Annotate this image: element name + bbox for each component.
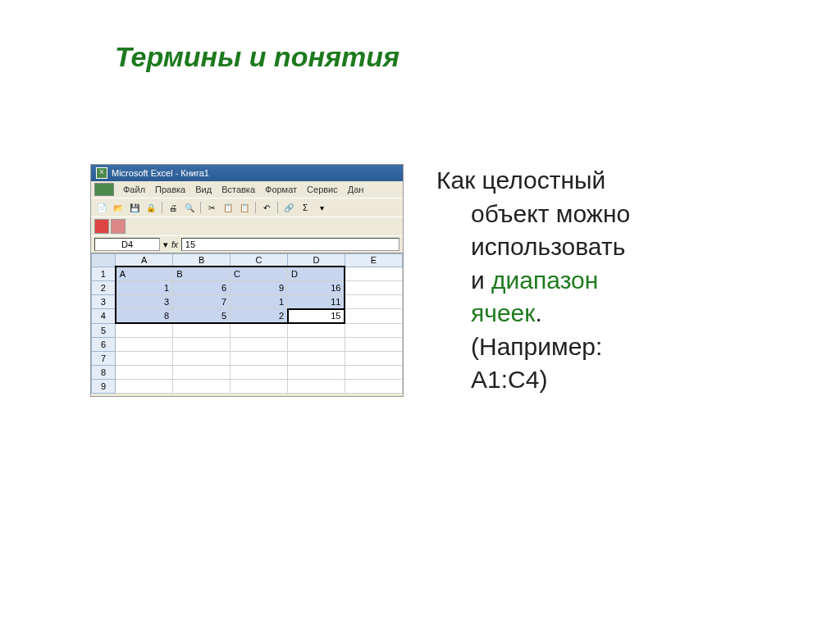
copy-icon[interactable]: 📋 <box>221 200 235 215</box>
select-all-corner[interactable] <box>92 254 116 267</box>
open-icon[interactable]: 📂 <box>111 200 126 215</box>
cell[interactable] <box>288 338 345 352</box>
cell[interactable] <box>173 338 231 352</box>
cell[interactable] <box>231 338 288 352</box>
text-line: объект можно <box>436 198 783 231</box>
cell[interactable] <box>288 366 345 380</box>
cell[interactable]: 1 <box>116 281 173 295</box>
print-icon[interactable]: 🖨 <box>166 200 180 215</box>
cell[interactable] <box>116 352 173 366</box>
cell[interactable]: 6 <box>173 281 231 295</box>
fx-label[interactable]: fx <box>171 240 178 249</box>
name-box[interactable]: D4 <box>94 238 160 251</box>
paste-icon[interactable]: 📋 <box>237 200 252 215</box>
menu-bar: Файл Правка Вид Вставка Формат Сервис Да… <box>91 181 403 198</box>
menu-data[interactable]: Дан <box>344 184 368 195</box>
row-header[interactable]: 5 <box>92 323 116 338</box>
table-row: 8 <box>92 366 403 380</box>
cell[interactable]: C <box>231 267 288 281</box>
cell[interactable]: 3 <box>116 295 173 309</box>
menu-tools[interactable]: Сервис <box>303 184 342 195</box>
cell[interactable] <box>173 323 231 338</box>
table-row: 9 <box>92 380 403 394</box>
cell[interactable] <box>345 366 402 380</box>
cell[interactable] <box>288 352 345 366</box>
cut-icon[interactable]: ✂ <box>204 200 219 215</box>
pdf-icon[interactable] <box>111 219 126 234</box>
cell[interactable] <box>231 380 288 394</box>
cell[interactable] <box>116 366 173 380</box>
save-icon[interactable]: 💾 <box>127 200 142 215</box>
cell[interactable] <box>231 323 288 338</box>
row-header[interactable]: 2 <box>92 281 116 295</box>
menu-view[interactable]: Вид <box>191 184 216 195</box>
permission-icon[interactable]: 🔒 <box>144 200 158 215</box>
row-header[interactable]: 8 <box>92 366 116 380</box>
cell[interactable] <box>288 323 345 338</box>
cell[interactable] <box>173 380 231 394</box>
dropdown-icon[interactable]: ▾ <box>314 200 329 215</box>
cell[interactable] <box>231 366 288 380</box>
cell[interactable] <box>345 323 402 338</box>
menu-edit[interactable]: Правка <box>151 184 189 195</box>
cell[interactable] <box>345 352 402 366</box>
text-line: (Например: <box>436 330 783 364</box>
row-header[interactable]: 9 <box>92 380 116 394</box>
row-header[interactable]: 6 <box>92 338 116 352</box>
cell[interactable]: A <box>116 267 173 281</box>
cell[interactable]: 16 <box>288 281 345 295</box>
cell[interactable] <box>116 323 173 338</box>
cell[interactable] <box>345 295 402 309</box>
col-header[interactable]: B <box>173 254 231 267</box>
menu-file[interactable]: Файл <box>119 184 149 195</box>
cell[interactable] <box>345 281 402 295</box>
cell[interactable] <box>116 338 173 352</box>
titlebar-text: Microsoft Excel - Книга1 <box>112 168 209 178</box>
menu-format[interactable]: Формат <box>261 184 301 195</box>
formula-input[interactable]: 15 <box>181 238 399 251</box>
row-header[interactable]: 1 <box>92 267 116 281</box>
name-box-dropdown-icon[interactable]: ▾ <box>163 239 168 250</box>
cell[interactable]: B <box>173 267 231 281</box>
table-row: 5 <box>92 323 403 338</box>
cell[interactable]: 1 <box>231 295 288 309</box>
menu-insert[interactable]: Вставка <box>217 184 259 195</box>
cell[interactable]: 8 <box>116 309 173 324</box>
link-icon[interactable]: 🔗 <box>281 200 296 215</box>
cell[interactable] <box>345 309 402 324</box>
sum-icon[interactable]: Σ <box>298 200 313 215</box>
new-icon[interactable]: 📄 <box>94 200 109 215</box>
cell[interactable] <box>345 380 402 394</box>
table-row: 7 <box>92 352 403 366</box>
cell[interactable]: 5 <box>173 309 231 324</box>
col-header[interactable]: C <box>231 254 288 267</box>
cell[interactable]: 11 <box>288 295 345 309</box>
text-line: и диапазон <box>436 264 783 298</box>
cell[interactable] <box>231 352 288 366</box>
cell[interactable] <box>345 338 402 352</box>
cell[interactable] <box>288 380 345 394</box>
row-header[interactable]: 3 <box>92 295 116 309</box>
active-cell[interactable]: 15 <box>288 309 345 324</box>
pdf-icon[interactable] <box>94 219 109 234</box>
text-line: использовать <box>436 230 783 264</box>
row-header[interactable]: 4 <box>92 309 116 324</box>
cell[interactable]: 9 <box>231 281 288 295</box>
row-header[interactable]: 7 <box>92 352 116 366</box>
column-header-row: A B C D E <box>92 254 403 267</box>
window-titlebar: X Microsoft Excel - Книга1 <box>91 165 403 181</box>
preview-icon[interactable]: 🔍 <box>182 200 197 215</box>
col-header[interactable]: D <box>288 254 345 267</box>
text-line: A1:C4) <box>436 363 783 397</box>
col-header[interactable]: A <box>116 254 173 267</box>
col-header[interactable]: E <box>345 254 402 267</box>
cell[interactable] <box>116 380 173 394</box>
table-row: 2 1 6 9 16 <box>92 281 403 295</box>
cell[interactable] <box>173 366 231 380</box>
cell[interactable]: D <box>288 267 345 281</box>
cell[interactable]: 7 <box>173 295 231 309</box>
cell[interactable]: 2 <box>231 309 288 324</box>
cell[interactable] <box>173 352 231 366</box>
undo-icon[interactable]: ↶ <box>259 200 274 215</box>
cell[interactable] <box>345 267 402 281</box>
